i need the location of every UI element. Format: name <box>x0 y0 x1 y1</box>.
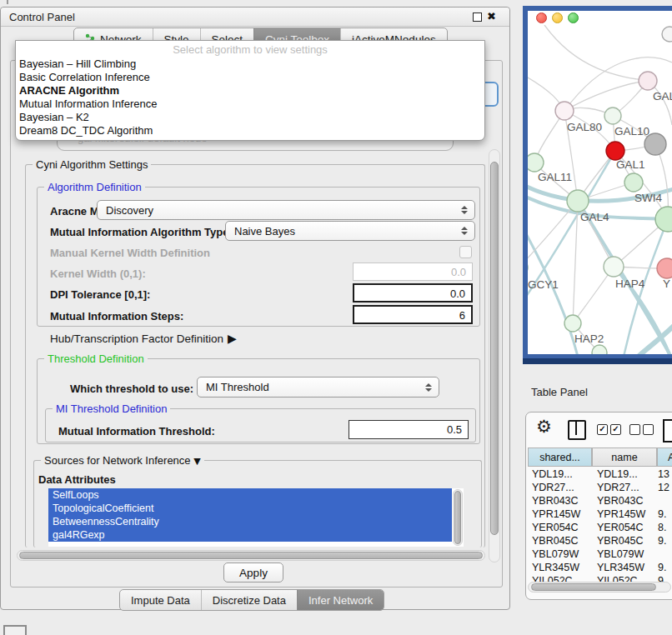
cell[interactable]: 8. <box>658 522 666 533</box>
node-gal80[interactable] <box>555 102 574 120</box>
manual-kernel-checkbox[interactable] <box>459 246 472 258</box>
hub-section-label[interactable]: Hub/Transcription Factor Definition <box>50 332 223 345</box>
bottom-tabbar: Impute Data Discretize Data Infer Networ… <box>119 589 384 611</box>
mi-threshold-field[interactable]: 0.5 <box>349 420 469 439</box>
node-hap2[interactable] <box>564 315 581 332</box>
node-label: GAL <box>653 90 672 102</box>
cell[interactable]: 9. <box>658 562 666 573</box>
aracne-mode-value: Discovery <box>106 204 153 217</box>
column-header-partial[interactable]: A <box>657 448 672 467</box>
tab-infer-network-label: Infer Network <box>308 594 373 607</box>
cell[interactable]: YPR145W <box>597 508 645 520</box>
hub-expand-arrow-icon[interactable]: ▶ <box>228 332 237 345</box>
node-label: GAL11 <box>538 171 572 183</box>
cell[interactable]: YBL079W <box>597 548 644 560</box>
table-hscrollbar-thumb[interactable] <box>531 583 656 591</box>
cell[interactable]: YBR043C <box>597 495 644 507</box>
cell[interactable]: 9. <box>658 508 666 520</box>
algorithm-item[interactable]: Bayesian – K2 <box>16 111 484 124</box>
column-header-name[interactable]: name <box>592 448 657 467</box>
cell[interactable]: YDL19... <box>597 468 638 480</box>
algorithm-item[interactable]: Dream8 DC_TDC Algorithm <box>16 124 484 138</box>
attr-list-scrollbar-thumb[interactable] <box>454 491 461 544</box>
kernel-width-field[interactable]: 0.0 <box>353 262 473 281</box>
gear-icon[interactable]: ⚙ <box>536 417 552 437</box>
attr-item-selected[interactable]: BetweennessCentrality <box>48 515 452 528</box>
cell[interactable]: YDL19... <box>532 468 573 480</box>
algorithm-item[interactable]: Mutual Information Inference <box>16 98 484 111</box>
table-hscrollbar[interactable] <box>528 582 671 592</box>
table-panel-title: Table Panel <box>531 386 588 398</box>
float-window-icon[interactable] <box>473 12 482 22</box>
tab-infer-network[interactable]: Infer Network <box>297 590 384 610</box>
tab-discretize-data[interactable]: Discretize Data <box>201 590 297 610</box>
attr-list-scrollbar[interactable] <box>453 489 463 546</box>
mi-steps-field[interactable]: 6 <box>353 305 473 324</box>
cell[interactable]: YBR043C <box>532 495 579 507</box>
settings-hscrollbar[interactable] <box>17 550 485 561</box>
node-salmon[interactable] <box>657 258 672 278</box>
algorithm-item-selected[interactable]: ARACNE Algorithm <box>16 84 484 98</box>
new-table-icon[interactable] <box>663 419 672 442</box>
node-gal4[interactable] <box>567 190 589 212</box>
close-icon[interactable]: ✖ <box>487 10 496 22</box>
settings-vscrollbar[interactable] <box>489 149 500 562</box>
tab-impute-data[interactable]: Impute Data <box>120 590 201 610</box>
sources-collapse-arrow-icon[interactable]: ▼ <box>193 456 200 467</box>
algorithm-definition-title: Algorithm Definition <box>44 181 145 193</box>
cell[interactable]: YBL079W <box>532 548 579 560</box>
split-columns-icon[interactable] <box>568 420 586 440</box>
node-selected-red[interactable] <box>606 142 624 160</box>
attr-item-selected[interactable]: TopologicalCoefficient <box>48 502 452 515</box>
dpi-tolerance-field[interactable]: 0.0 <box>353 283 473 302</box>
mi-type-label: Mutual Information Algorithm Type: <box>50 226 233 238</box>
combo-stepper-icon <box>461 227 468 235</box>
cell[interactable]: YPR145W <box>532 508 580 520</box>
cell[interactable]: YDR27... <box>532 482 574 493</box>
manual-kernel-label: Manual Kernel Width Definition <box>50 247 210 259</box>
traffic-light-close-icon[interactable] <box>536 12 547 23</box>
cell[interactable]: YER054C <box>532 522 579 533</box>
mi-type-combo[interactable]: Naive Bayes <box>225 221 475 241</box>
node-gal1[interactable] <box>624 173 643 192</box>
attr-item-selected[interactable]: gal4RGexp <box>48 528 452 542</box>
network-canvas[interactable]: GAL GAL80 GAL10 GAL1 GAL11 SWI4 GAL4 GCY… <box>528 25 672 354</box>
dpi-tolerance-label: DPI Tolerance [0,1]: <box>50 288 150 301</box>
cell[interactable]: 13 <box>658 468 669 480</box>
deselect-all-checks-icon[interactable] <box>629 424 654 435</box>
cell[interactable]: YLR345W <box>532 562 579 573</box>
algorithm-item[interactable]: Bayesian – Hill Climbing <box>16 58 484 71</box>
traffic-light-minimize-icon[interactable] <box>552 12 563 23</box>
column-header-shared[interactable]: shared... <box>528 448 592 467</box>
cell[interactable]: YBR045C <box>532 535 579 547</box>
settings-vscrollbar-thumb[interactable] <box>490 162 499 535</box>
cell[interactable]: YBR045C <box>597 535 644 547</box>
settings-hscrollbar-thumb[interactable] <box>19 552 483 559</box>
cell[interactable]: YLR345W <box>597 562 644 573</box>
aracne-mode-combo[interactable]: Discovery <box>97 200 475 220</box>
node-gal[interactable] <box>639 72 657 90</box>
cell[interactable]: YER054C <box>597 522 644 533</box>
node-gal11[interactable] <box>528 153 544 172</box>
cut-off-bottom-icon[interactable] <box>3 625 27 635</box>
tab-impute-data-label: Impute Data <box>131 594 190 607</box>
node-label: SWI4 <box>634 192 662 204</box>
combo-stepper-icon <box>461 206 468 214</box>
node-gal10[interactable] <box>604 108 621 124</box>
node-hap4[interactable] <box>604 257 624 277</box>
node-label: HAP2 <box>574 332 604 345</box>
node-label: HAP4 <box>615 278 645 290</box>
cell[interactable]: 9. <box>658 535 666 547</box>
select-all-checks-icon[interactable]: ✓✓ <box>597 424 621 435</box>
node-unlabeled-bottom[interactable] <box>592 345 607 354</box>
apply-button[interactable]: Apply <box>223 562 283 582</box>
data-attributes-label: Data Attributes <box>38 473 116 486</box>
tab-discretize-data-label: Discretize Data <box>213 594 286 607</box>
cell[interactable]: 12 <box>658 482 669 493</box>
cell[interactable]: YDR27... <box>597 482 639 493</box>
attr-item-selected[interactable]: SelfLoops <box>48 488 452 502</box>
which-threshold-combo[interactable]: MI Threshold <box>197 377 439 398</box>
algorithm-item[interactable]: Basic Correlation Inference <box>16 71 484 84</box>
node-unlabeled-top[interactable] <box>662 27 672 42</box>
traffic-light-zoom-icon[interactable] <box>568 12 579 23</box>
